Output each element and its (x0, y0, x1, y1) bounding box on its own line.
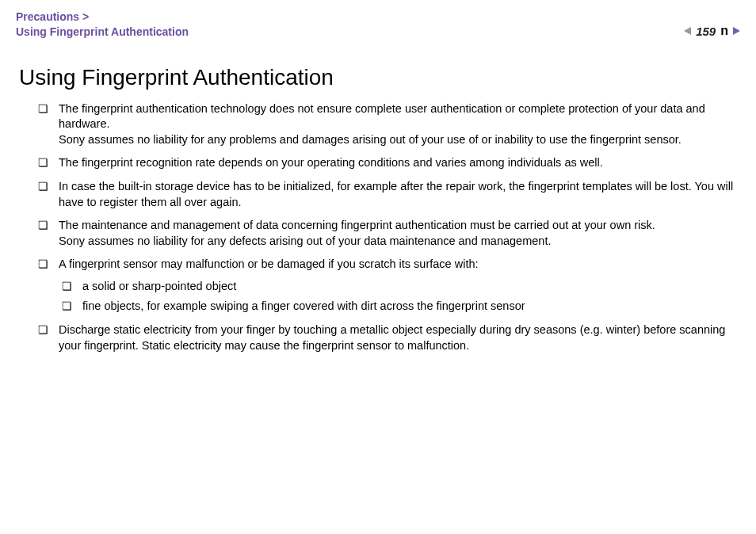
list-text: The maintenance and management of data c… (59, 219, 655, 247)
bullet-list: The fingerprint authentication technolog… (38, 101, 740, 353)
breadcrumb-parent: Precautions > (16, 10, 189, 25)
list-item: Discharge static electricity from your f… (38, 322, 740, 353)
list-text: Discharge static electricity from your f… (59, 323, 725, 352)
list-text: A fingerprint sensor may malfunction or … (59, 257, 479, 270)
page-number: 159 (696, 25, 716, 38)
list-item: The fingerprint recognition rate depends… (38, 155, 740, 171)
next-page-icon[interactable] (733, 27, 740, 35)
n-marker: n (720, 24, 728, 38)
list-item: A fingerprint sensor may malfunction or … (38, 257, 740, 315)
breadcrumb: Precautions > Using Fingerprint Authenti… (16, 10, 189, 40)
list-text: In case the built-in storage device has … (59, 180, 733, 208)
page-nav: 159 n (684, 24, 740, 38)
sub-list: a solid or sharp-pointed object fine obj… (62, 279, 740, 315)
prev-page-icon[interactable] (684, 27, 691, 35)
list-item: The maintenance and management of data c… (38, 218, 740, 249)
page-header: Precautions > Using Fingerprint Authenti… (16, 10, 740, 40)
list-text: The fingerprint authentication technolog… (59, 102, 705, 146)
breadcrumb-current: Using Fingerprint Authentication (16, 25, 189, 40)
list-item: The fingerprint authentication technolog… (38, 101, 740, 148)
list-text: The fingerprint recognition rate depends… (59, 156, 603, 169)
sub-item: a solid or sharp-pointed object (62, 279, 740, 295)
sub-item: fine objects, for example swiping a fing… (62, 299, 740, 315)
list-item: In case the built-in storage device has … (38, 179, 740, 210)
page-title: Using Fingerprint Authentication (19, 65, 740, 90)
